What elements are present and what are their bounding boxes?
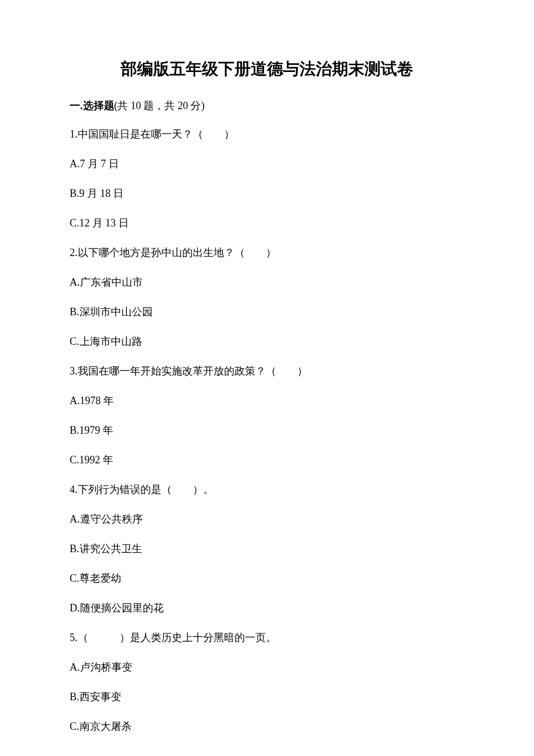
question-2-option-a: A.广东省中山市 — [70, 275, 464, 290]
question-1: 1.中国国耻日是在哪一天？（ ） — [70, 127, 464, 142]
question-number: 3. — [70, 365, 78, 377]
option-text: 遵守公共秩序 — [80, 513, 143, 525]
question-5: 5.（ ）是人类历史上十分黑暗的一页。 — [70, 630, 464, 646]
question-number: 4. — [70, 484, 78, 495]
option-label: C. — [70, 336, 80, 347]
option-text: 9 月 18 日 — [80, 188, 124, 199]
option-label: C. — [70, 217, 80, 229]
option-text: 南京大屠杀 — [80, 721, 132, 732]
option-text: 12 月 13 日 — [80, 217, 129, 229]
option-text: 深圳市中山公园 — [80, 306, 153, 318]
question-text: 以下哪个地方是孙中山的出生地？（ ） — [78, 247, 276, 258]
question-3: 3.我国在哪一年开始实施改革开放的政策？（ ） — [70, 363, 464, 379]
option-text: 7 月 7 日 — [80, 158, 120, 170]
option-label: B. — [70, 691, 80, 703]
question-3-option-a: A.1978 年 — [70, 393, 464, 409]
question-4: 4.下列行为错误的是（ ）。 — [70, 482, 464, 498]
question-number: 2. — [70, 247, 78, 258]
question-2-option-b: B.深圳市中山公园 — [70, 304, 464, 320]
option-text: 1978 年 — [80, 395, 114, 406]
option-label: B. — [70, 306, 80, 318]
section-number: 一. — [70, 100, 83, 111]
option-label: C. — [70, 454, 80, 466]
option-text: 卢沟桥事变 — [80, 661, 132, 673]
option-label: B. — [70, 543, 80, 555]
question-4-option-a: A.遵守公共秩序 — [70, 512, 464, 527]
question-number: 5. — [70, 632, 78, 643]
page-title: 部编版五年级下册道德与法治期末测试卷 — [70, 58, 464, 80]
question-3-option-c: C.1992 年 — [70, 452, 464, 468]
option-text: 1979 年 — [80, 424, 114, 436]
question-4-option-d: D.随便摘公园里的花 — [70, 600, 464, 616]
option-label: C. — [70, 573, 80, 584]
option-label: B. — [70, 188, 80, 199]
section-name: 选择题 — [83, 100, 114, 111]
option-label: A. — [70, 661, 80, 673]
option-text: 随便摘公园里的花 — [80, 602, 164, 614]
question-5-option-c: C.南京大屠杀 — [70, 719, 464, 735]
question-4-option-b: B.讲究公共卫生 — [70, 541, 464, 557]
question-5-option-b: B.西安事变 — [70, 689, 464, 705]
question-1-option-b: B.9 月 18 日 — [70, 186, 464, 201]
option-label: D. — [70, 602, 80, 614]
question-text: 中国国耻日是在哪一天？（ ） — [78, 128, 234, 140]
question-1-option-c: C.12 月 13 日 — [70, 215, 464, 231]
question-1-option-a: A.7 月 7 日 — [70, 156, 464, 172]
option-text: 讲究公共卫生 — [80, 543, 142, 555]
option-label: A. — [70, 158, 80, 170]
option-label: A. — [70, 513, 80, 525]
question-text: 下列行为错误的是（ ）。 — [78, 484, 214, 495]
option-label: B. — [70, 424, 80, 436]
question-text: 我国在哪一年开始实施改革开放的政策？（ ） — [78, 365, 308, 377]
question-text: （ ）是人类历史上十分黑暗的一页。 — [78, 632, 276, 643]
option-text: 西安事变 — [80, 691, 121, 703]
question-4-option-c: C.尊老爱幼 — [70, 571, 464, 586]
option-label: A. — [70, 276, 80, 288]
section-info: (共 10 题，共 20 分) — [114, 100, 205, 111]
question-number: 1. — [70, 128, 78, 140]
option-label: C. — [70, 721, 80, 732]
question-5-option-a: A.卢沟桥事变 — [70, 660, 464, 675]
option-text: 1992 年 — [80, 454, 114, 466]
option-text: 广东省中山市 — [80, 276, 143, 288]
option-text: 尊老爱幼 — [80, 573, 121, 584]
section-header: 一.选择题(共 10 题，共 20 分) — [70, 99, 464, 113]
question-2-option-c: C.上海市中山路 — [70, 334, 464, 350]
question-2: 2.以下哪个地方是孙中山的出生地？（ ） — [70, 245, 464, 261]
option-label: A. — [70, 395, 80, 406]
option-text: 上海市中山路 — [80, 336, 142, 347]
question-3-option-b: B.1979 年 — [70, 423, 464, 438]
